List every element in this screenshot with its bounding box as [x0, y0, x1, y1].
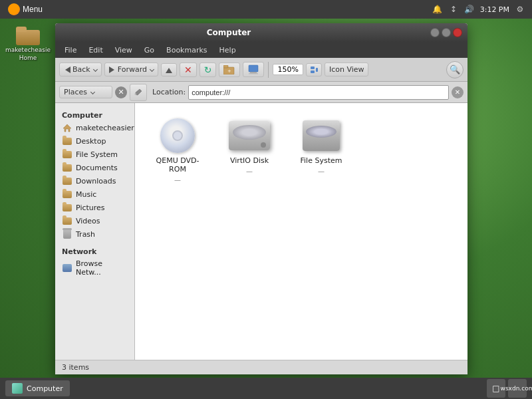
home-folder-icon	[16, 27, 40, 45]
sidebar-item-filesystem[interactable]: File System	[55, 148, 134, 161]
sidebar-item-documents-label: Documents	[76, 164, 118, 172]
sidebar-item-downloads[interactable]: Downloads	[55, 174, 134, 188]
sidebar-item-videos-label: Videos	[76, 217, 100, 225]
zoom-icon	[309, 65, 319, 74]
taskbar-window-item[interactable]: Computer	[5, 380, 70, 396]
sidebar-item-home[interactable]: maketecheasier	[55, 121, 134, 134]
file-item-hdd-name: VirtIO Disk	[230, 156, 269, 165]
computer-icon	[247, 65, 259, 74]
menu-button[interactable]: Menu	[3, 0, 48, 19]
file-item-hdd-sub: —	[246, 168, 253, 175]
videos-folder-icon	[62, 216, 72, 225]
sidebar-item-pictures[interactable]: Pictures	[55, 201, 134, 214]
up-arrow-icon	[166, 66, 172, 73]
view-mode-label: Icon View	[329, 65, 364, 74]
sidebar-item-desktop-label: Desktop	[76, 137, 106, 146]
menu-bookmarks[interactable]: Bookmarks	[161, 45, 212, 56]
edit-location-button[interactable]	[130, 84, 147, 101]
home-label: maketecheasie	[5, 47, 51, 53]
svg-rect-1	[223, 65, 228, 68]
file-item-fs[interactable]: File System —	[289, 114, 353, 179]
stop-button[interactable]: ✕	[180, 63, 197, 77]
power-icon[interactable]: ⚙	[515, 4, 525, 15]
desktop-icons: maketecheasie Home	[7, 27, 49, 66]
places-dropdown[interactable]: Places	[59, 86, 112, 98]
file-item-dvd-sub: —	[174, 176, 181, 184]
menu-label: Menu	[23, 5, 43, 14]
back-button[interactable]: Back	[59, 63, 102, 76]
places-dropdown-icon	[90, 90, 95, 94]
sidebar-item-music-label: Music	[76, 190, 96, 199]
bottom-taskbar: Computer □ wsxdn.com	[0, 378, 532, 399]
home-icon	[62, 123, 72, 132]
refresh-button[interactable]: ↻	[200, 63, 217, 77]
file-manager-window: Computer File Edit View Go Bookmarks Hel…	[55, 23, 467, 374]
location-input[interactable]	[188, 85, 449, 100]
new-folder-icon: +	[223, 65, 235, 74]
zoom-level: 150%	[273, 64, 303, 75]
dvd-rom-icon	[156, 118, 199, 154]
menu-edit[interactable]: Edit	[83, 45, 108, 56]
sidebar-item-network[interactable]: Browse Netw...	[55, 257, 134, 279]
menu-file[interactable]: File	[59, 45, 82, 56]
downloads-folder-icon	[62, 176, 72, 186]
svg-text:+: +	[228, 68, 232, 74]
firefox-icon	[8, 3, 20, 15]
sidebar-item-network-label: Browse Netw...	[76, 259, 128, 277]
sidebar-item-filesystem-label: File System	[76, 150, 118, 159]
toolbar: Back Forward ✕ ↻ +	[55, 58, 467, 82]
location-input-clear[interactable]: ✕	[452, 86, 464, 98]
music-folder-icon	[62, 190, 72, 199]
sidebar-item-music[interactable]: Music	[55, 188, 134, 201]
places-label: Places	[64, 88, 87, 96]
forward-button[interactable]: Forward	[104, 63, 158, 76]
desktop-folder-icon	[62, 136, 72, 146]
status-bar: 3 items	[55, 360, 467, 374]
svg-rect-6	[311, 66, 315, 69]
network-status-icon[interactable]: ↕	[448, 4, 459, 15]
volume-icon[interactable]: 🔊	[464, 4, 475, 15]
new-folder-button[interactable]: +	[219, 63, 240, 77]
view-mode-button[interactable]: Icon View	[325, 63, 369, 76]
workspaces-button[interactable]: wsxdn.com	[508, 379, 527, 398]
location-label-text: Location:	[152, 88, 186, 96]
open-location-button[interactable]	[243, 62, 264, 77]
svg-rect-5	[249, 73, 258, 74]
notification-icon[interactable]: 🔔	[432, 4, 443, 15]
svg-rect-8	[316, 68, 318, 72]
menu-go[interactable]: Go	[139, 45, 160, 56]
minimize-button[interactable]	[430, 28, 440, 37]
svg-rect-3	[249, 65, 258, 72]
pictures-folder-icon	[62, 203, 72, 212]
sidebar-item-documents[interactable]: Documents	[55, 161, 134, 174]
sidebar-section-network: Network	[55, 245, 134, 257]
sidebar-section-computer: Computer	[55, 108, 134, 121]
virtio-disk-icon	[228, 118, 271, 154]
search-button[interactable]: 🔍	[446, 61, 464, 78]
maximize-button[interactable]	[442, 28, 451, 37]
svg-rect-7	[311, 70, 315, 73]
zoom-button[interactable]	[306, 63, 322, 76]
forward-dropdown-icon	[150, 67, 154, 72]
menu-help[interactable]: Help	[214, 45, 241, 56]
filesystem-folder-icon	[62, 150, 72, 159]
back-label: Back	[72, 65, 90, 74]
content-area: Computer maketecheasier Desktop	[55, 103, 467, 360]
desktop-home-icon[interactable]: maketecheasie Home	[7, 27, 49, 61]
sidebar-item-desktop[interactable]: Desktop	[55, 134, 134, 148]
taskbar-window-icon	[12, 383, 23, 394]
clear-location-button[interactable]: ✕	[115, 86, 127, 98]
top-taskbar: Menu 🔔 ↕ 🔊 3:12 PM ⚙	[0, 0, 532, 19]
sidebar-item-trash[interactable]: Trash	[55, 227, 134, 241]
forward-label: Forward	[118, 65, 147, 74]
back-arrow-icon	[64, 66, 70, 73]
up-button[interactable]	[161, 63, 177, 76]
sidebar-item-videos[interactable]: Videos	[55, 214, 134, 227]
file-item-hdd[interactable]: VirtIO Disk —	[217, 114, 281, 179]
file-item-dvd[interactable]: QEMU DVD-ROM —	[146, 114, 209, 188]
file-item-fs-name: File System	[301, 156, 342, 165]
close-button[interactable]	[453, 28, 462, 37]
menu-view[interactable]: View	[110, 45, 138, 56]
titlebar-buttons	[430, 28, 462, 37]
menubar: File Edit View Go Bookmarks Help	[55, 42, 467, 58]
